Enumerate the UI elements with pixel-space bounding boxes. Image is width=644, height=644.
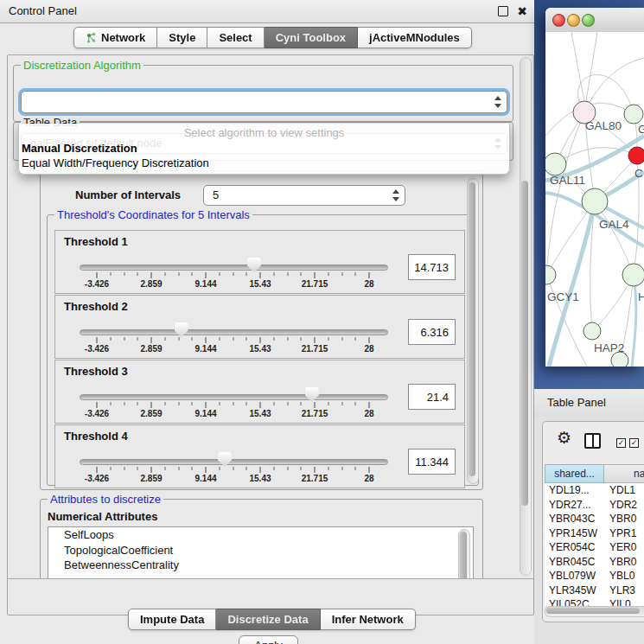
table-row[interactable]: YPR145WYPR1 [545,526,644,541]
attribute-list-item[interactable]: SelfLoops [48,527,473,543]
threshold-3-slider[interactable]: -3.4262.8599.14415.4321.71528 [97,360,369,423]
slider-tick [369,402,370,408]
gear-icon[interactable]: ⚙ [557,430,571,446]
algorithm-option-manual[interactable]: Manual Discretization [22,142,137,155]
interval-scrollbar-thumb[interactable] [469,182,475,476]
checkbox-icon-1[interactable]: ✓ [616,438,626,448]
checkbox-icon-2[interactable]: ✓ [629,438,639,448]
table-row[interactable]: YDR27...YDR2 [545,498,644,513]
combo-arrows-icon [494,96,501,108]
threshold-2-value-field[interactable] [408,319,456,345]
node-gcy1[interactable] [545,265,556,284]
svg-text:GAL11: GAL11 [550,174,585,187]
tab-discretize-data[interactable]: Discretize Data [216,609,320,630]
slider-tick-label: 28 [364,279,373,289]
table-rows[interactable]: YDL19...YDL1YDR27...YDR2YBR043CYBR0YPR14… [545,483,644,606]
slider-tick [233,402,233,405]
svg-text:HAP2: HAP2 [594,341,624,354]
table-cell: YDR2 [604,498,644,513]
tab-infer-network[interactable]: Infer Network [321,609,416,630]
node-h[interactable] [622,264,644,286]
column-header-name[interactable]: na [604,464,644,483]
slider-tick-label: 9.144 [194,344,216,354]
slider-tick [206,272,207,278]
slider-tick [287,467,288,470]
slider-tick [164,467,165,470]
table-row[interactable]: YBR043CYBR0 [545,512,644,526]
tab-cyni-toolbox[interactable]: Cyni Toolbox [265,27,358,48]
window-close-icon[interactable] [552,14,565,27]
panel-scrollbar[interactable] [520,57,532,576]
slider-tick [233,467,233,470]
table-row[interactable]: YER054CYER0 [545,540,644,555]
slider-tick-label: 28 [364,474,373,483]
slider-tick [301,337,302,341]
interval-scrollbar[interactable] [467,178,479,484]
slider-tick-label: 2.859 [140,344,162,354]
tab-network[interactable]: Network [73,27,157,48]
float-window-icon[interactable] [498,6,508,16]
apply-button[interactable]: Apply [239,635,298,644]
tab-select[interactable]: Select [207,27,264,48]
node-gal4[interactable] [582,188,608,214]
column-header-shared[interactable]: shared... [545,464,604,483]
threshold-4-slider[interactable]: -3.4262.8599.14415.4321.71528 [97,425,369,488]
slider-tick [110,467,111,470]
slider-tick [178,467,179,470]
panel-scrollbar-thumb[interactable] [521,181,528,506]
split-columns-icon[interactable] [584,433,601,449]
node-red[interactable] [628,147,644,164]
numerical-attributes-list[interactable]: SelfLoopsTopologicalCoefficientBetweenne… [48,526,474,579]
table-row[interactable]: YDL19...YDL1 [545,483,644,498]
slider-tick [355,467,356,470]
cyni-scroll-viewport: Discretization Algorithm Table Data galF… [8,55,533,579]
tab-jactivemnodules[interactable]: jActiveMNodules [358,27,472,48]
network-view-window[interactable]: GAL80 GA C GAL11 GAL4 GCY1 H HAP2 [545,8,644,367]
node-gal11[interactable] [545,153,566,175]
slider-tick [341,402,342,405]
slider-knob[interactable] [305,387,319,402]
network-icon [86,32,97,43]
tab-impute-data[interactable]: Impute Data [128,609,216,630]
slider-knob[interactable] [175,322,188,337]
numerical-attributes-label: Numerical Attributes [48,510,157,523]
threshold-3-value-field[interactable] [408,384,456,410]
window-minimize-icon[interactable] [567,14,580,27]
number-of-intervals-combobox[interactable]: 5 [203,185,405,206]
table-row[interactable]: YLR345WYLR3 [545,583,644,598]
threshold-1-value-field[interactable] [408,254,456,280]
close-icon[interactable]: ✖ [517,3,527,19]
threshold-1-slider[interactable]: -3.4262.8599.14415.4321.71528 [97,231,369,293]
node-hap2[interactable] [583,322,601,340]
network-window-titlebar[interactable] [545,8,644,33]
tab-style[interactable]: Style [157,27,207,48]
slider-tick [206,337,207,343]
attributes-list-scrollbar-thumb[interactable] [460,532,467,579]
network-canvas[interactable]: GAL80 GA C GAL11 GAL4 GCY1 H HAP2 [545,32,644,367]
slider-tick [260,467,261,473]
algorithm-option-equal-width[interactable]: Equal Width/Frequency Discretization [22,156,209,169]
slider-tick [124,402,124,405]
slider-knob[interactable] [218,452,232,467]
node-ga[interactable] [624,105,643,124]
table-row[interactable]: YBR045CYBR0 [545,555,644,570]
slider-tick [178,272,179,276]
table-horizontal-scrollbar[interactable] [545,606,644,617]
threshold-2-slider[interactable]: -3.4262.8599.14415.4321.71528 [97,296,369,358]
attributes-list-scrollbar[interactable] [458,529,470,579]
slider-tick [219,402,220,405]
attribute-list-item[interactable]: TopologicalCoefficient [48,543,473,558]
svg-text:GAL4: GAL4 [599,218,629,231]
slider-tick [246,337,247,341]
window-zoom-icon[interactable] [582,14,595,27]
algorithm-combobox[interactable] [21,91,507,113]
slider-tick [137,402,138,405]
attribute-list-item[interactable]: BetweennessCentrality [48,558,473,573]
slider-tick [110,272,111,276]
slider-knob[interactable] [247,258,261,272]
slider-tick [219,337,220,341]
table-horizontal-scrollbar-thumb[interactable] [546,608,640,614]
threshold-4-value-field[interactable] [408,449,456,475]
table-row[interactable]: YBL079WYBL0 [545,569,644,583]
table-row[interactable]: YIL052CYIL0 [545,597,644,606]
